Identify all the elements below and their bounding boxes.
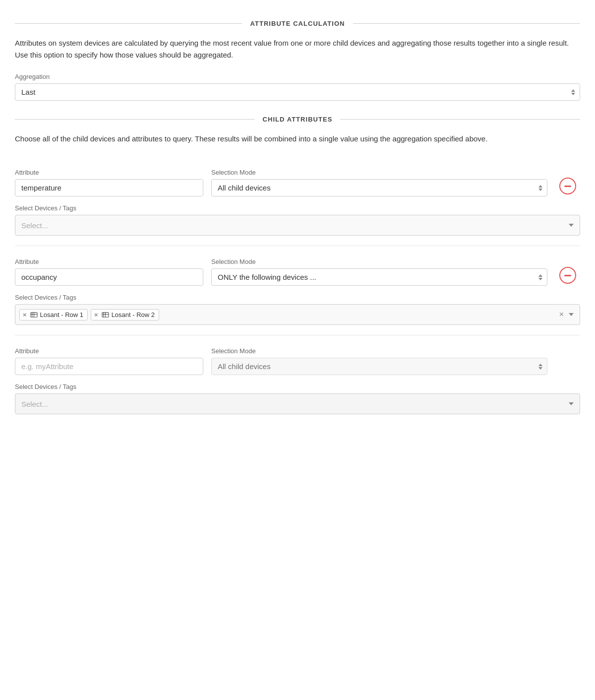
aggregation-field: Aggregation Last First Mean Sum Min Max … [15, 73, 580, 101]
devices-tags-field-2: Select Devices / Tags × Losant - Row 1 [15, 294, 580, 325]
selection-mode-select-wrapper-2: All child devices ONLY the following dev… [211, 268, 547, 286]
device-tag-losant-row2: × Losant - Row 2 [91, 309, 159, 320]
devices-tags-label-3: Select Devices / Tags [15, 383, 580, 390]
device-tag-x-1[interactable]: × [23, 311, 27, 318]
device-tag-x-2[interactable]: × [94, 311, 98, 318]
selection-mode-select-3[interactable]: All child devices ONLY the following dev… [211, 358, 547, 375]
devices-x-arrow-2: × [559, 311, 574, 318]
device-tag-label-1: Losant - Row 1 [40, 311, 83, 318]
aggregation-select-wrapper: Last First Mean Sum Min Max Count [15, 83, 580, 101]
device-icon-1 [30, 311, 38, 318]
devices-clear-x-2[interactable]: × [559, 311, 564, 318]
attribute-grid-2: Attribute Selection Mode All child devic… [15, 258, 580, 286]
attribute-input-2[interactable] [15, 268, 203, 286]
attribute-calculation-title: ATTRIBUTE CALCULATION [242, 20, 353, 27]
attribute-grid-3: Attribute Selection Mode All child devic… [15, 347, 580, 375]
remove-row-1-button[interactable] [559, 178, 576, 194]
child-attribute-row-1: Attribute Selection Mode All child devic… [15, 157, 580, 246]
attribute-input-1[interactable] [15, 179, 203, 196]
child-attribute-row-3: Attribute Selection Mode All child devic… [15, 335, 580, 424]
selection-mode-field-1: Selection Mode All child devices ONLY th… [211, 169, 547, 196]
device-icon-2 [102, 311, 109, 318]
device-tag-label-2: Losant - Row 2 [112, 311, 155, 318]
remove-icon-2 [564, 275, 571, 276]
attribute-field-3: Attribute [15, 347, 203, 375]
child-attributes-section: CHILD ATTRIBUTES Choose all of the child… [15, 116, 580, 424]
selection-mode-select-wrapper-3: All child devices ONLY the following dev… [211, 358, 547, 375]
aggregation-select[interactable]: Last First Mean Sum Min Max Count [15, 83, 580, 101]
devices-select-1[interactable]: Select... [15, 215, 580, 236]
device-tag-losant-row1: × Losant - Row 1 [19, 309, 88, 320]
selection-mode-field-3: Selection Mode All child devices ONLY th… [211, 347, 547, 375]
attribute-grid-1: Attribute Selection Mode All child devic… [15, 169, 580, 196]
devices-tags-label-2: Select Devices / Tags [15, 294, 580, 301]
attribute-calculation-description: Attributes on system devices are calcula… [15, 37, 580, 61]
selection-mode-label-2: Selection Mode [211, 258, 547, 265]
child-attributes-title: CHILD ATTRIBUTES [255, 116, 341, 123]
child-attribute-row-2: Attribute Selection Mode All child devic… [15, 246, 580, 335]
attribute-field-2: Attribute [15, 258, 203, 286]
aggregation-label: Aggregation [15, 73, 580, 80]
selection-mode-select-1[interactable]: All child devices ONLY the following dev… [211, 179, 547, 196]
devices-chevron-2 [569, 313, 574, 316]
devices-chevron-3 [569, 402, 574, 405]
remove-btn-container-2 [555, 267, 580, 286]
devices-placeholder-1: Select... [21, 221, 48, 230]
attribute-field-1: Attribute [15, 169, 203, 196]
remove-icon-1 [564, 186, 571, 187]
attribute-label-2: Attribute [15, 258, 203, 265]
devices-tags-field-1: Select Devices / Tags Select... [15, 204, 580, 236]
selection-mode-label-3: Selection Mode [211, 347, 547, 355]
child-attributes-description: Choose all of the child devices and attr… [15, 133, 580, 145]
devices-placeholder-3: Select... [21, 400, 48, 408]
child-attributes-divider: CHILD ATTRIBUTES [15, 116, 580, 123]
remove-row-2-button[interactable] [559, 267, 576, 284]
devices-tags-field-3: Select Devices / Tags Select... [15, 383, 580, 414]
selection-mode-field-2: Selection Mode All child devices ONLY th… [211, 258, 547, 286]
remove-btn-container-1 [555, 178, 580, 196]
selection-mode-label-1: Selection Mode [211, 169, 547, 176]
attribute-calculation-divider: ATTRIBUTE CALCULATION [15, 20, 580, 27]
attribute-label-1: Attribute [15, 169, 203, 176]
selection-mode-select-2[interactable]: All child devices ONLY the following dev… [211, 268, 547, 286]
attribute-label-3: Attribute [15, 347, 203, 355]
attribute-input-3[interactable] [15, 358, 203, 375]
devices-chevron-1 [569, 224, 574, 227]
selection-mode-select-wrapper-1: All child devices ONLY the following dev… [211, 179, 547, 196]
devices-select-3[interactable]: Select... [15, 393, 580, 414]
devices-select-2[interactable]: × Losant - Row 1 × [15, 304, 580, 325]
attribute-calculation-section: ATTRIBUTE CALCULATION Attributes on syst… [15, 20, 580, 101]
devices-tags-label-1: Select Devices / Tags [15, 204, 580, 212]
